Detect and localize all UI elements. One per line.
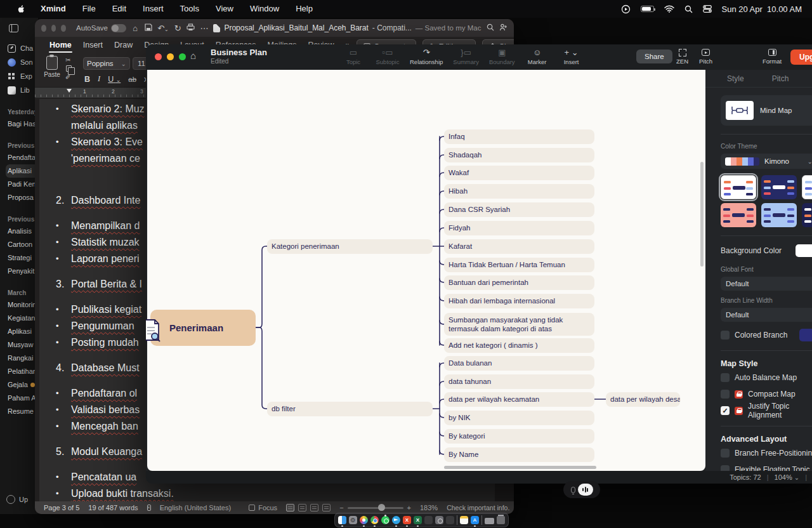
chat-history-item[interactable]: Kegiatan: [6, 312, 38, 325]
chat-history-item[interactable]: Proposa: [6, 191, 38, 204]
xmind-tool-button[interactable]: ▭ Topic: [341, 48, 365, 65]
close-button[interactable]: [155, 53, 162, 60]
menu-item[interactable]: Insert: [134, 0, 172, 18]
home-icon[interactable]: ⌂: [190, 50, 196, 61]
justify-alignment-checkbox[interactable]: ✓: [721, 406, 730, 415]
print-layout-view-button[interactable]: [286, 504, 294, 512]
topic-node[interactable]: Wakaf: [444, 166, 594, 180]
autosave-toggle[interactable]: AutoSave: [76, 24, 126, 32]
theme-thumbnail[interactable]: [721, 203, 756, 227]
battery-icon[interactable]: [641, 6, 654, 12]
central-topic[interactable]: Penerimaan: [150, 310, 256, 346]
sidebar-upgrade-item[interactable]: Up: [6, 495, 28, 504]
cut-icon[interactable]: ✂: [65, 56, 72, 63]
vertical-scrollbar[interactable]: [700, 162, 704, 267]
branch-color-swatch[interactable]: [799, 329, 812, 341]
colored-branch-checkbox[interactable]: [721, 331, 730, 340]
tab-style[interactable]: Style: [727, 74, 744, 83]
xmind-tool-button[interactable]: }▭ Summary: [453, 48, 479, 65]
microphone-icon[interactable]: [571, 487, 575, 493]
chat-history-item[interactable]: March: [8, 287, 38, 298]
wifi-icon[interactable]: [664, 5, 674, 13]
sidebar-nav-item[interactable]: Son: [8, 55, 38, 69]
font-name-select[interactable]: Poppins ⌄: [83, 57, 130, 70]
horizontal-scrollbar[interactable]: [444, 466, 596, 469]
zen-mode-button[interactable]: ZEN: [676, 48, 688, 65]
dock-excel-icon[interactable]: X: [414, 516, 422, 524]
read-mode-view-button[interactable]: [298, 504, 306, 512]
more-icon[interactable]: ⋯: [200, 23, 208, 33]
proofing-icon[interactable]: ×: [147, 505, 151, 511]
dock-trash-icon[interactable]: [497, 516, 505, 524]
copy-icon[interactable]: [66, 65, 72, 72]
focus-button[interactable]: Focus: [249, 504, 277, 512]
canvas-zoom[interactable]: 104% ⌄: [775, 473, 800, 481]
theme-thumbnail[interactable]: [761, 175, 797, 199]
dock-minimized-window[interactable]: [485, 518, 494, 524]
menu-item[interactable]: Help: [287, 0, 321, 18]
strikethrough-button[interactable]: ab: [128, 76, 136, 83]
chat-history-item[interactable]: Analisis: [6, 225, 38, 238]
branch-free-positioning-checkbox[interactable]: [721, 449, 730, 458]
dock-telegram-icon[interactable]: [392, 516, 400, 524]
chat-history-item[interactable]: Cartoon: [6, 238, 38, 251]
chat-history-item[interactable]: Musyaw: [6, 338, 38, 352]
ribbon-tab[interactable]: Home: [44, 38, 77, 53]
menu-item[interactable]: Window: [242, 0, 287, 18]
bold-button[interactable]: B: [84, 75, 90, 84]
ribbon-tab[interactable]: Draw: [108, 38, 138, 53]
topic-node[interactable]: Hibah: [444, 184, 594, 199]
minimize-button[interactable]: [167, 53, 174, 60]
topic-node[interactable]: Hibah dari lembaga internasional: [444, 294, 594, 308]
branch-width-select[interactable]: Default: [721, 308, 812, 322]
topic-node[interactable]: Kafarat: [444, 239, 594, 254]
search-icon[interactable]: [486, 23, 494, 33]
chat-history-item[interactable]: Paham A: [6, 392, 38, 405]
theme-thumbnail[interactable]: [761, 203, 797, 227]
compat-notice[interactable]: Check important info.: [447, 504, 509, 512]
topic-node[interactable]: data per wilayah desa: [606, 392, 680, 407]
menu-item[interactable]: Edit: [104, 0, 134, 18]
dock-app-store-icon[interactable]: A: [471, 516, 479, 524]
mindmap-canvas[interactable]: Penerimaan Kategori penerimaan db filter…: [147, 70, 705, 471]
background-color-swatch[interactable]: [796, 244, 812, 257]
close-button[interactable]: [41, 25, 46, 32]
chat-history-item[interactable]: Pelatihan: [6, 365, 38, 378]
menu-item[interactable]: View: [207, 0, 242, 18]
chat-history-item[interactable]: Penyakit: [6, 265, 38, 278]
word-count[interactable]: 19 of 487 words: [88, 504, 138, 512]
ribbon-tab[interactable]: Insert: [77, 38, 108, 53]
dock-system-settings-icon[interactable]: ⚙: [349, 516, 357, 524]
underline-button[interactable]: U ⌄: [108, 75, 121, 84]
topic-node[interactable]: Add net kategori ( dinamis ): [444, 338, 594, 353]
theme-thumbnail[interactable]: [802, 203, 812, 227]
spotlight-search-icon[interactable]: [684, 5, 693, 13]
zoom-button[interactable]: [179, 53, 186, 60]
xmind-tool-button[interactable]: ☺ Marker: [525, 48, 549, 65]
zoom-knob[interactable]: [378, 504, 385, 511]
menu-item[interactable]: Tools: [172, 0, 207, 18]
minimize-button[interactable]: [51, 25, 56, 32]
dock-whatsapp-icon[interactable]: [381, 516, 390, 524]
chat-history-item[interactable]: Strategi: [6, 251, 38, 265]
redo-icon[interactable]: ↻: [174, 23, 182, 33]
zoom-track[interactable]: [348, 507, 403, 509]
apple-logo-icon[interactable]: [16, 4, 26, 14]
sidebar-nav-item[interactable]: Lib: [8, 83, 38, 97]
theme-thumbnail[interactable]: [802, 175, 812, 199]
zoom-in-button[interactable]: +: [407, 504, 411, 512]
home-icon[interactable]: ⌂: [131, 23, 140, 33]
chat-history-item[interactable]: Previous: [8, 140, 38, 151]
topic-node[interactable]: Bantuan dari pemerintah: [444, 275, 594, 290]
compact-map-checkbox[interactable]: [721, 390, 730, 399]
chat-history-item[interactable]: Aplikasi: [6, 164, 38, 178]
chat-history-item[interactable]: Rangkai: [6, 352, 38, 365]
outline-view-button[interactable]: [322, 504, 331, 512]
auto-balance-checkbox[interactable]: [721, 373, 730, 382]
topic-node[interactable]: By kategori: [444, 429, 594, 444]
structure-card[interactable]: Mind Map: [721, 95, 812, 126]
undo-icon[interactable]: ↶⌄: [157, 23, 169, 33]
topic-node[interactable]: By Name: [444, 447, 594, 462]
control-center-icon[interactable]: [703, 5, 712, 13]
dock-app-icon[interactable]: [424, 516, 433, 524]
